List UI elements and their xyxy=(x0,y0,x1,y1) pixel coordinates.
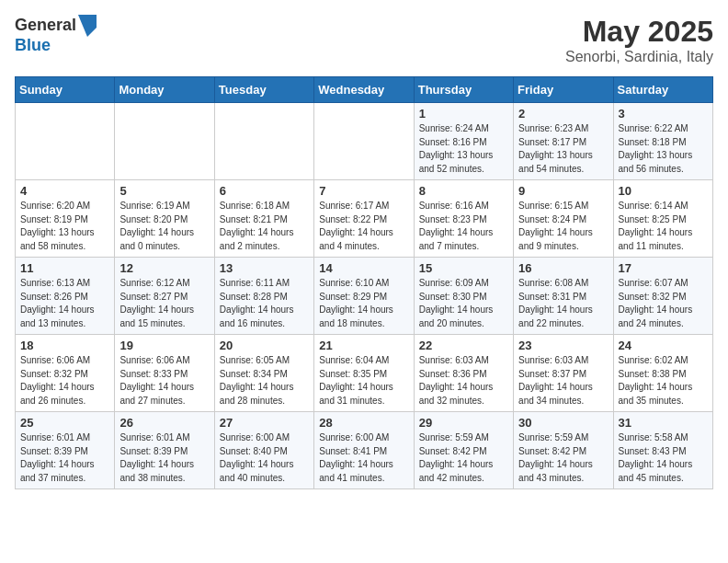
day-number: 19 xyxy=(119,339,209,352)
calendar-cell: 9Sunrise: 6:15 AM Sunset: 8:24 PM Daylig… xyxy=(514,180,613,258)
day-number: 2 xyxy=(518,107,608,121)
day-number: 31 xyxy=(619,416,708,430)
day-number: 20 xyxy=(220,339,309,352)
day-number: 22 xyxy=(419,339,508,352)
day-info: Sunrise: 6:00 AM Sunset: 8:40 PM Dayligh… xyxy=(220,431,309,485)
logo-icon xyxy=(78,15,97,37)
day-info: Sunrise: 6:00 AM Sunset: 8:41 PM Dayligh… xyxy=(319,431,408,485)
day-info: Sunrise: 6:05 AM Sunset: 8:34 PM Dayligh… xyxy=(220,354,309,408)
calendar-cell: 8Sunrise: 6:16 AM Sunset: 8:23 PM Daylig… xyxy=(414,180,513,258)
day-info: Sunrise: 6:11 AM Sunset: 8:28 PM Dayligh… xyxy=(220,277,309,330)
day-info: Sunrise: 6:06 AM Sunset: 8:33 PM Dayligh… xyxy=(119,354,209,408)
logo-general: General xyxy=(15,17,76,35)
calendar-cell: 26Sunrise: 6:01 AM Sunset: 8:39 PM Dayli… xyxy=(115,412,214,489)
day-number: 4 xyxy=(20,184,109,198)
weekday-header-thursday: Thursday xyxy=(414,77,513,103)
weekday-header-wednesday: Wednesday xyxy=(314,77,414,103)
day-info: Sunrise: 6:17 AM Sunset: 8:22 PM Dayligh… xyxy=(319,200,408,253)
day-number: 28 xyxy=(319,416,408,430)
day-info: Sunrise: 6:02 AM Sunset: 8:38 PM Dayligh… xyxy=(619,354,708,408)
day-info: Sunrise: 6:04 AM Sunset: 8:35 PM Dayligh… xyxy=(319,354,408,408)
calendar-cell: 25Sunrise: 6:01 AM Sunset: 8:39 PM Dayli… xyxy=(16,412,115,489)
logo-blue: Blue xyxy=(15,37,97,55)
day-info: Sunrise: 6:14 AM Sunset: 8:25 PM Dayligh… xyxy=(619,200,708,253)
day-info: Sunrise: 6:10 AM Sunset: 8:29 PM Dayligh… xyxy=(319,277,408,330)
calendar-cell: 15Sunrise: 6:09 AM Sunset: 8:30 PM Dayli… xyxy=(414,258,513,335)
calendar-week-2: 4Sunrise: 6:20 AM Sunset: 8:19 PM Daylig… xyxy=(16,180,713,258)
calendar-cell: 17Sunrise: 6:07 AM Sunset: 8:32 PM Dayli… xyxy=(613,258,712,335)
day-number: 25 xyxy=(20,416,109,430)
calendar-cell: 27Sunrise: 6:00 AM Sunset: 8:40 PM Dayli… xyxy=(214,412,313,489)
calendar-cell: 11Sunrise: 6:13 AM Sunset: 8:26 PM Dayli… xyxy=(16,258,115,335)
day-number: 23 xyxy=(518,339,608,352)
day-info: Sunrise: 6:01 AM Sunset: 8:39 PM Dayligh… xyxy=(119,431,209,485)
calendar-cell: 14Sunrise: 6:10 AM Sunset: 8:29 PM Dayli… xyxy=(314,258,414,335)
calendar-cell: 7Sunrise: 6:17 AM Sunset: 8:22 PM Daylig… xyxy=(314,180,414,258)
day-number: 15 xyxy=(419,261,508,275)
calendar-cell: 30Sunrise: 5:59 AM Sunset: 8:42 PM Dayli… xyxy=(514,412,613,489)
calendar-cell: 16Sunrise: 6:08 AM Sunset: 8:31 PM Dayli… xyxy=(514,258,613,335)
day-info: Sunrise: 6:19 AM Sunset: 8:20 PM Dayligh… xyxy=(119,200,209,253)
title-month: May 2025 xyxy=(565,15,713,49)
day-info: Sunrise: 6:03 AM Sunset: 8:36 PM Dayligh… xyxy=(419,354,508,408)
calendar-cell: 5Sunrise: 6:19 AM Sunset: 8:20 PM Daylig… xyxy=(115,180,214,258)
day-info: Sunrise: 6:15 AM Sunset: 8:24 PM Dayligh… xyxy=(518,200,608,253)
day-info: Sunrise: 6:23 AM Sunset: 8:17 PM Dayligh… xyxy=(518,122,608,176)
day-info: Sunrise: 6:24 AM Sunset: 8:16 PM Dayligh… xyxy=(419,122,508,176)
day-number: 12 xyxy=(119,261,209,275)
logo: General Blue xyxy=(15,15,97,55)
day-info: Sunrise: 6:20 AM Sunset: 8:19 PM Dayligh… xyxy=(20,200,109,253)
day-number: 6 xyxy=(220,184,309,198)
logo-text: General Blue xyxy=(15,15,97,55)
day-info: Sunrise: 6:18 AM Sunset: 8:21 PM Dayligh… xyxy=(220,200,309,253)
day-info: Sunrise: 6:22 AM Sunset: 8:18 PM Dayligh… xyxy=(619,122,708,176)
calendar-cell xyxy=(115,103,214,180)
calendar-cell: 28Sunrise: 6:00 AM Sunset: 8:41 PM Dayli… xyxy=(314,412,414,489)
calendar-cell xyxy=(16,103,115,180)
day-info: Sunrise: 5:59 AM Sunset: 8:42 PM Dayligh… xyxy=(419,431,508,485)
day-number: 3 xyxy=(619,107,708,121)
calendar-cell: 3Sunrise: 6:22 AM Sunset: 8:18 PM Daylig… xyxy=(613,103,712,180)
calendar-cell: 19Sunrise: 6:06 AM Sunset: 8:33 PM Dayli… xyxy=(115,335,214,412)
calendar-cell: 6Sunrise: 6:18 AM Sunset: 8:21 PM Daylig… xyxy=(214,180,313,258)
weekday-header-tuesday: Tuesday xyxy=(214,77,313,103)
day-info: Sunrise: 6:06 AM Sunset: 8:32 PM Dayligh… xyxy=(20,354,109,408)
day-number: 17 xyxy=(619,261,708,275)
calendar-cell: 10Sunrise: 6:14 AM Sunset: 8:25 PM Dayli… xyxy=(613,180,712,258)
day-number: 26 xyxy=(119,416,209,430)
day-number: 5 xyxy=(119,184,209,198)
day-number: 29 xyxy=(419,416,508,430)
calendar-cell: 21Sunrise: 6:04 AM Sunset: 8:35 PM Dayli… xyxy=(314,335,414,412)
day-number: 8 xyxy=(419,184,508,198)
day-info: Sunrise: 6:12 AM Sunset: 8:27 PM Dayligh… xyxy=(119,277,209,330)
calendar-cell: 1Sunrise: 6:24 AM Sunset: 8:16 PM Daylig… xyxy=(414,103,513,180)
weekday-header-saturday: Saturday xyxy=(613,77,712,103)
calendar-cell: 31Sunrise: 5:58 AM Sunset: 8:43 PM Dayli… xyxy=(613,412,712,489)
calendar-week-3: 11Sunrise: 6:13 AM Sunset: 8:26 PM Dayli… xyxy=(16,258,713,335)
calendar-week-1: 1Sunrise: 6:24 AM Sunset: 8:16 PM Daylig… xyxy=(16,103,713,180)
day-number: 24 xyxy=(619,339,708,352)
svg-marker-0 xyxy=(78,15,97,37)
weekday-header-friday: Friday xyxy=(514,77,613,103)
calendar-cell: 4Sunrise: 6:20 AM Sunset: 8:19 PM Daylig… xyxy=(16,180,115,258)
day-info: Sunrise: 6:08 AM Sunset: 8:31 PM Dayligh… xyxy=(518,277,608,330)
page-header: General Blue May 2025 Senorbi, Sardinia,… xyxy=(15,15,713,65)
day-info: Sunrise: 6:13 AM Sunset: 8:26 PM Dayligh… xyxy=(20,277,109,330)
calendar-week-5: 25Sunrise: 6:01 AM Sunset: 8:39 PM Dayli… xyxy=(16,412,713,489)
calendar-table: SundayMondayTuesdayWednesdayThursdayFrid… xyxy=(15,76,713,489)
day-number: 30 xyxy=(518,416,608,430)
calendar-cell: 18Sunrise: 6:06 AM Sunset: 8:32 PM Dayli… xyxy=(16,335,115,412)
day-number: 7 xyxy=(319,184,408,198)
calendar-cell: 2Sunrise: 6:23 AM Sunset: 8:17 PM Daylig… xyxy=(514,103,613,180)
day-number: 9 xyxy=(518,184,608,198)
day-number: 13 xyxy=(220,261,309,275)
day-number: 27 xyxy=(220,416,309,430)
day-info: Sunrise: 6:03 AM Sunset: 8:37 PM Dayligh… xyxy=(518,354,608,408)
day-info: Sunrise: 6:01 AM Sunset: 8:39 PM Dayligh… xyxy=(20,431,109,485)
weekday-header-row: SundayMondayTuesdayWednesdayThursdayFrid… xyxy=(16,77,713,103)
day-info: Sunrise: 6:07 AM Sunset: 8:32 PM Dayligh… xyxy=(619,277,708,330)
calendar-cell xyxy=(214,103,313,180)
day-number: 11 xyxy=(20,261,109,275)
calendar-week-4: 18Sunrise: 6:06 AM Sunset: 8:32 PM Dayli… xyxy=(16,335,713,412)
weekday-header-sunday: Sunday xyxy=(16,77,115,103)
